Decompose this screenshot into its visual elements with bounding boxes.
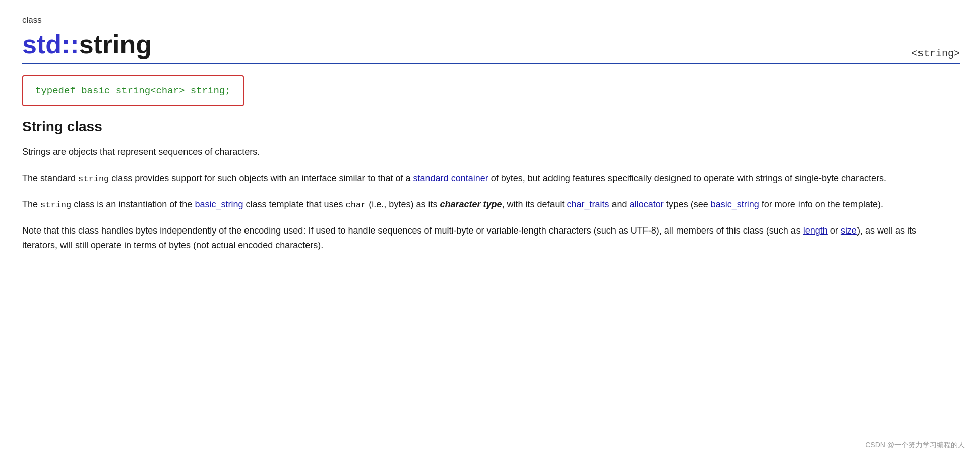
paragraph-1-text: Strings are objects that represent seque… [22, 147, 260, 157]
p3-bold1: character type [440, 199, 502, 209]
p3-text1: The [22, 199, 40, 209]
paragraph-4: Note that this class handles bytes indep… [22, 223, 930, 253]
p3-text3: class template that uses [243, 199, 345, 209]
breadcrumb: class [22, 15, 960, 25]
p2-text2: class provides support for such objects … [109, 173, 413, 183]
char-traits-link[interactable]: char_traits [567, 199, 609, 209]
watermark: CSDN @一个努力学习编程的人 [865, 441, 965, 450]
p2-code1: string [78, 174, 109, 184]
p3-code1: string [40, 200, 71, 210]
paragraph-2: The standard string class provides suppo… [22, 171, 930, 186]
p3-text6: and [609, 199, 630, 209]
paragraph-1: Strings are objects that represent seque… [22, 145, 930, 160]
namespace-prefix: std:: [22, 30, 79, 59]
p3-text4: (i.e., bytes) as its [366, 199, 440, 209]
p3-text8: for more info on the template). [759, 199, 883, 209]
typedef-code-block: typedef basic_string<char> string; [22, 75, 244, 106]
allocator-link[interactable]: allocator [630, 199, 664, 209]
page-title: std::string [22, 29, 152, 60]
paragraph-3: The string class is an instantiation of … [22, 197, 930, 212]
p3-text7: types (see [664, 199, 711, 209]
typedef-code: typedef basic_string<char> string; [35, 85, 231, 96]
p2-text3: of bytes, but adding features specifical… [488, 173, 886, 183]
p4-text2: or [828, 225, 841, 236]
p3-text2: class is an instantiation of the [71, 199, 195, 209]
basic-string-link-1[interactable]: basic_string [195, 199, 243, 209]
p4-text1: Note that this class handles bytes indep… [22, 225, 803, 236]
p3-code2: char [346, 200, 366, 210]
header-tag: <string> [911, 48, 960, 60]
p3-text5: , with its default [502, 199, 567, 209]
header-divider [22, 63, 960, 64]
standard-container-link[interactable]: standard container [413, 173, 488, 183]
section-heading: String class [22, 119, 960, 135]
title-name: string [79, 30, 152, 59]
length-link[interactable]: length [803, 225, 828, 236]
title-row: std::string <string> [22, 29, 960, 60]
size-link[interactable]: size [841, 225, 857, 236]
basic-string-link-2[interactable]: basic_string [711, 199, 759, 209]
p2-text1: The standard [22, 173, 78, 183]
